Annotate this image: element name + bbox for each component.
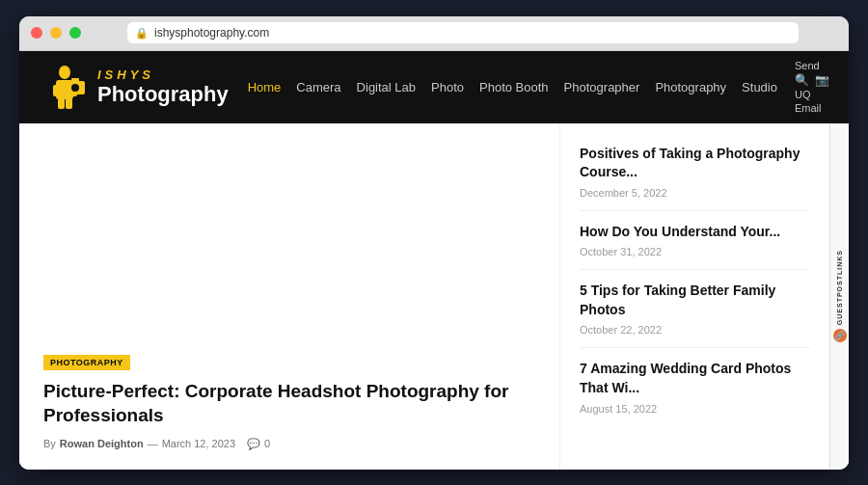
nav-photography[interactable]: Photography	[655, 80, 726, 94]
sidebar-date-4: August 15, 2022	[580, 403, 810, 415]
nav-studio[interactable]: Studio	[742, 80, 777, 94]
logo-camera-icon	[39, 61, 92, 114]
minimize-dot[interactable]	[50, 27, 62, 39]
search-icon[interactable]: 🔍	[795, 73, 809, 87]
nav-uq: UQ	[795, 89, 829, 100]
url-text: ishysphotography.com	[154, 26, 269, 40]
address-bar[interactable]: 🔒 ishysphotography.com	[127, 22, 799, 43]
nav-right: Send 🔍 📷 UQ Email	[795, 60, 829, 114]
sidebar-title-4[interactable]: 7 Amazing Wedding Card Photos That Wi...	[580, 360, 810, 397]
main-layout: PHOTOGRAPHY Picture-Perfect: Corporate H…	[19, 123, 849, 470]
browser-window: 🔒 ishysphotography.com	[19, 16, 849, 470]
nav-links: Home Camera Digital Lab Photo Photo Boot…	[248, 80, 777, 94]
close-dot[interactable]	[31, 27, 42, 39]
nav-right-col: Send 🔍 📷 UQ Email	[795, 60, 829, 114]
articles-left: PHOTOGRAPHY Picture-Perfect: Corporate H…	[19, 123, 559, 470]
sidebar-title-1[interactable]: Positives of Taking a Photography Course…	[580, 145, 810, 182]
dash-separator: —	[148, 438, 158, 449]
comment-icon: 💬	[247, 438, 260, 450]
guestpost-link-icon: 🔗	[833, 329, 847, 342]
svg-rect-3	[53, 85, 59, 96]
sidebar-article-2: How Do You Understand Your... October 31…	[580, 211, 810, 271]
nav-photo[interactable]: Photo	[431, 80, 464, 94]
sidebar-article-3: 5 Tips for Taking Better Family Photos O…	[580, 270, 810, 348]
article-category-badge: PHOTOGRAPHY	[43, 355, 130, 370]
svg-rect-5	[58, 97, 65, 109]
svg-point-8	[71, 84, 79, 92]
nav-digital-lab[interactable]: Digital Lab	[357, 80, 416, 94]
site-nav: ISHYS Photography Home Camera Digital La…	[19, 51, 849, 123]
guestpost-sidebar[interactable]: GUESTPOSTLINKS 🔗	[829, 123, 849, 470]
lock-icon: 🔒	[135, 27, 149, 40]
nav-home[interactable]: Home	[248, 80, 282, 94]
article-meta: By Rowan Deighton — March 12, 2023 💬 0	[43, 438, 535, 450]
article-date: March 12, 2023	[162, 438, 235, 449]
maximize-dot[interactable]	[69, 27, 81, 39]
sidebar-title-2[interactable]: How Do You Understand Your...	[580, 223, 810, 242]
author-name[interactable]: Rowan Deighton	[60, 438, 144, 449]
logo-photography: Photography	[97, 82, 229, 107]
logo-ishys: ISHYS	[97, 67, 229, 82]
sidebar-date-1: December 5, 2022	[580, 187, 810, 199]
nav-camera[interactable]: Camera	[296, 80, 340, 94]
article-title[interactable]: Picture-Perfect: Corporate Headshot Phot…	[43, 380, 535, 427]
svg-point-1	[59, 66, 70, 79]
nav-photo-booth[interactable]: Photo Booth	[479, 80, 549, 94]
nav-send: Send	[795, 60, 829, 71]
site-logo[interactable]: ISHYS Photography	[39, 61, 229, 114]
author-prefix: By	[43, 438, 56, 449]
svg-rect-9	[71, 78, 79, 82]
logo-text: ISHYS Photography	[97, 67, 229, 107]
nav-photographer[interactable]: Photographer	[564, 80, 640, 94]
svg-rect-6	[66, 97, 72, 109]
featured-article: PHOTOGRAPHY Picture-Perfect: Corporate H…	[43, 352, 535, 449]
sidebar-date-2: October 31, 2022	[580, 246, 810, 257]
website-content: ISHYS Photography Home Camera Digital La…	[19, 51, 849, 470]
sidebar-date-3: October 22, 2022	[580, 324, 810, 336]
guestpost-label: GUESTPOSTLINKS	[836, 250, 843, 325]
comment-count: 0	[264, 438, 270, 449]
sidebar-article-1: Positives of Taking a Photography Course…	[580, 133, 810, 211]
sidebar-title-3[interactable]: 5 Tips for Taking Better Family Photos	[580, 282, 810, 319]
nav-email: Email	[795, 102, 829, 114]
sidebar-article-4: 7 Amazing Wedding Card Photos That Wi...…	[580, 348, 810, 425]
articles-right: Positives of Taking a Photography Course…	[559, 123, 829, 470]
browser-titlebar: 🔒 ishysphotography.com	[19, 16, 849, 51]
instagram-icon[interactable]: 📷	[815, 73, 829, 87]
nav-icons: 🔍 📷	[795, 73, 829, 87]
